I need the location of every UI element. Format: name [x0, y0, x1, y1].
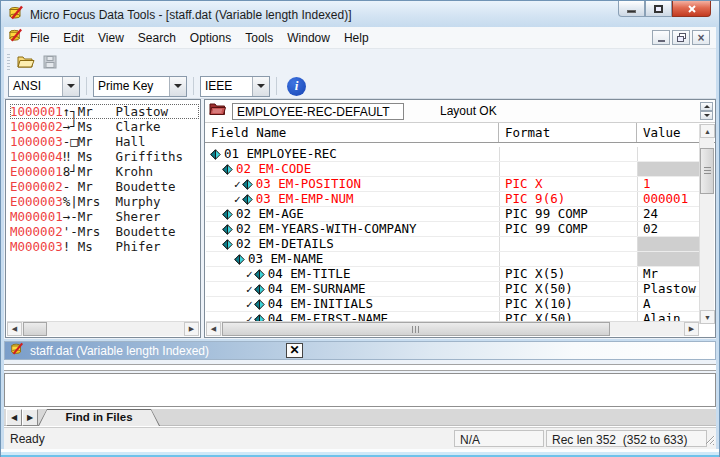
menu-item-view[interactable]: View — [91, 28, 131, 48]
menu-item-edit[interactable]: Edit — [56, 28, 91, 48]
record-text: Mr Hall — [78, 134, 146, 149]
character-set-combo[interactable]: ANSI — [8, 76, 80, 97]
record-row[interactable]: 1000002→┘Ms Clarke — [10, 119, 199, 134]
main-area: 1000001↑┐Mr Plastow1000002→┘Ms Clarke100… — [4, 99, 716, 339]
field-format-cell — [500, 162, 638, 176]
open-file-button[interactable] — [14, 51, 38, 73]
tab-find-in-files[interactable]: Find in Files — [38, 409, 160, 426]
field-name-text: 02 EM-DETAILS — [236, 237, 334, 251]
field-value-cell: Plastow — [638, 282, 699, 296]
record-row[interactable]: E000003%|Mrs Murphy — [10, 194, 199, 209]
window-frame-bottom — [1, 449, 719, 457]
grid-hscrollbar[interactable]: ◀ ▶ — [206, 321, 699, 336]
field-row[interactable]: ✓03 EM-EMP-NUMPIC 9(6)000001 — [206, 192, 699, 207]
record-raw-bytes: ↑┐ — [63, 104, 78, 119]
field-value-cell — [638, 147, 699, 161]
character-set-dropdown-button[interactable] — [62, 77, 79, 96]
output-panel[interactable] — [4, 373, 716, 407]
menu-item-options[interactable]: Options — [183, 28, 238, 48]
status-field-reclen: Rec len 352 (352 to 633) — [546, 430, 707, 447]
scroll-left-button[interactable]: ◀ — [7, 322, 22, 336]
maximize-button[interactable] — [645, 1, 672, 17]
record-list[interactable]: 1000001↑┐Mr Plastow1000002→┘Ms Clarke100… — [7, 101, 199, 321]
field-row[interactable]: ✓04 EM-SURNAMEPIC X(50)Plastow — [206, 282, 699, 297]
record-row[interactable]: M000003! Ms Phifer — [10, 239, 199, 254]
menu-item-file[interactable]: File — [23, 28, 56, 48]
record-row[interactable]: E000002- Mr Boudette — [10, 179, 199, 194]
menu-item-help[interactable]: Help — [337, 28, 376, 48]
thumb-grip-icon — [412, 326, 421, 333]
tab-scroll-right-button[interactable]: ▶ — [22, 409, 38, 426]
field-row[interactable]: ✓04 EM-INITIALSPIC X(10)A — [206, 297, 699, 312]
document-tab-bar[interactable]: staff.dat (Variable length Indexed) ✕ — [4, 341, 716, 360]
field-row[interactable]: 02 EM-YEARS-WITH-COMPANYPIC 99 COMP02 — [206, 222, 699, 237]
mdi-minimize-icon — [658, 40, 665, 42]
horizontal-splitter[interactable] — [4, 360, 716, 373]
field-name-cell: 02 EM-AGE — [206, 207, 500, 221]
record-row[interactable]: M000002'-Mrs Boudette — [10, 224, 199, 239]
toolbar-separator — [276, 77, 277, 95]
mdi-minimize-button[interactable] — [652, 30, 670, 45]
field-row[interactable]: ✓03 EM-POSITIONPIC X1 — [206, 177, 699, 192]
spinner-down-button[interactable] — [700, 111, 713, 120]
field-name-cell: 02 EM-DETAILS — [206, 237, 500, 251]
record-raw-bytes: - — [63, 179, 78, 194]
tab-scroll-left-button[interactable]: ◀ — [6, 409, 22, 426]
float-format-combo[interactable]: IEEE — [200, 76, 270, 97]
key-select-dropdown-button[interactable] — [169, 77, 186, 96]
chevron-down-icon — [67, 84, 75, 88]
hscroll-thumb[interactable] — [222, 322, 610, 336]
scroll-right-button[interactable]: ▶ — [184, 322, 199, 336]
document-tab-close-button[interactable]: ✕ — [286, 343, 303, 358]
field-row[interactable]: ✓04 EM-TITLEPIC X(5)Mr — [206, 267, 699, 282]
vscroll-thumb[interactable] — [700, 148, 714, 194]
minimize-button[interactable] — [618, 1, 645, 17]
menu-item-tools[interactable]: Tools — [238, 28, 280, 48]
hscroll-thumb[interactable] — [23, 322, 47, 336]
record-row[interactable]: E0000018┘Mr Krohn — [10, 164, 199, 179]
record-row[interactable]: M000001→-Mr Sherer — [10, 209, 199, 224]
record-row[interactable]: 1000003-□Mr Hall — [10, 134, 199, 149]
field-grid-body[interactable]: 01 EMPLOYEE-REC02 EM-CODE✓03 EM-POSITION… — [206, 144, 699, 324]
spinner-up-button[interactable] — [700, 102, 713, 111]
field-row[interactable]: 02 EM-CODE — [206, 162, 699, 177]
record-key: 1000004 — [10, 149, 63, 164]
layout-panel: EMPLOYEE-REC-DEFAULT Layout OK Field Nam… — [204, 99, 716, 338]
save-file-button[interactable] — [38, 51, 62, 73]
field-name-cell: ✓04 EM-SURNAME — [206, 282, 500, 296]
record-text: Mr Plastow — [78, 104, 168, 119]
field-name-cell: 03 EM-NAME — [206, 252, 500, 266]
record-name-box[interactable]: EMPLOYEE-REC-DEFAULT — [232, 103, 404, 120]
field-row[interactable]: 01 EMPLOYEE-REC — [206, 147, 699, 162]
chevron-up-icon — [704, 105, 710, 108]
tab-find-in-files-label: Find in Files — [39, 410, 159, 426]
menu-item-search[interactable]: Search — [131, 28, 183, 48]
field-row[interactable]: 03 EM-NAME — [206, 252, 699, 267]
red-folder-icon — [209, 102, 226, 120]
record-row[interactable]: 1000004‼ Ms Griffiths — [10, 149, 199, 164]
mdi-restore-button[interactable] — [672, 30, 690, 45]
float-format-dropdown-button[interactable] — [252, 77, 269, 96]
menu-item-window[interactable]: Window — [280, 28, 337, 48]
record-list-hscrollbar[interactable]: ◀ ▶ — [7, 321, 199, 336]
mdi-close-button[interactable]: × — [692, 30, 710, 45]
field-row[interactable]: 02 EM-DETAILS — [206, 237, 699, 252]
key-select-combo[interactable]: Prime Key — [93, 76, 187, 97]
document-app-icon — [8, 28, 23, 47]
record-row[interactable]: 1000001↑┐Mr Plastow — [10, 104, 199, 119]
resize-grip[interactable] — [702, 432, 715, 448]
grid-vscrollbar[interactable]: ▲ ▼ — [699, 124, 714, 324]
column-header-field-name[interactable]: Field Name — [205, 123, 499, 142]
close-button[interactable] — [672, 1, 711, 17]
field-name-text: 02 EM-AGE — [236, 207, 304, 221]
options-toolbar: ANSI Prime Key IEEE i — [4, 74, 716, 99]
scroll-left-button[interactable]: ◀ — [206, 322, 221, 336]
column-header-format[interactable]: Format — [499, 123, 637, 142]
scroll-right-button[interactable]: ▶ — [684, 322, 699, 336]
info-button[interactable]: i — [287, 77, 306, 96]
scroll-up-button[interactable]: ▲ — [700, 124, 715, 138]
toolbar-grip[interactable] — [7, 54, 10, 70]
info-icon: i — [295, 78, 299, 93]
scroll-down-button[interactable]: ▼ — [700, 310, 715, 324]
field-row[interactable]: 02 EM-AGEPIC 99 COMP24 — [206, 207, 699, 222]
